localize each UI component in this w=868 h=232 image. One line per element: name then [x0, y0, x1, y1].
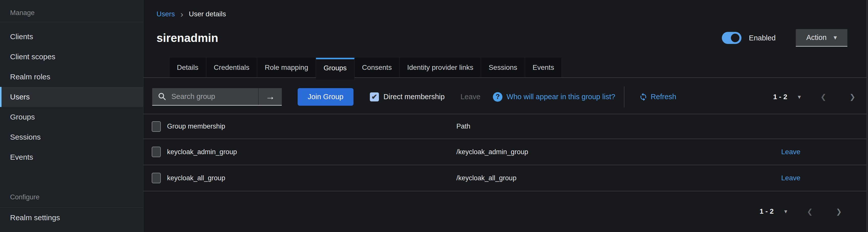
direct-membership-label: Direct membership [383, 93, 444, 101]
main-content: Users › User details sirenadmin Enabled … [144, 0, 868, 232]
pagination-caret-icon[interactable]: ▾ [784, 208, 787, 215]
column-header-path: Path [456, 114, 781, 139]
toolbar-divider [624, 86, 624, 108]
search-input[interactable] [171, 92, 246, 101]
leave-row-link[interactable]: Leave [781, 148, 800, 156]
enabled-label: Enabled [749, 34, 776, 42]
breadcrumb-users-link[interactable]: Users [156, 10, 175, 18]
tab-credentials[interactable]: Credentials [206, 58, 257, 77]
table-row: keycloak_all_group /keycloak_all_group L… [144, 165, 868, 191]
column-header-group-membership: Group membership [167, 114, 456, 139]
sidebar-item-client-scopes[interactable]: Client scopes [0, 47, 143, 67]
pagination-prev-icon[interactable]: ❮ [820, 93, 826, 101]
enabled-toggle[interactable] [722, 32, 741, 44]
tab-events[interactable]: Events [525, 58, 562, 77]
pagination-range: 1 - 2 [760, 207, 774, 216]
tab-consents[interactable]: Consents [354, 58, 400, 77]
header-controls: Enabled Action ▾ [722, 29, 847, 47]
arrow-right-icon: → [266, 91, 275, 102]
search-group-control: → [152, 88, 282, 106]
window-right-edge [867, 0, 868, 232]
sidebar-item-groups[interactable]: Groups [0, 107, 143, 127]
search-icon [158, 92, 166, 101]
sidebar-item-users[interactable]: Users [0, 87, 143, 107]
tab-details[interactable]: Details [169, 58, 206, 77]
pagination-range: 1 - 2 [773, 93, 787, 101]
breadcrumb-current: User details [189, 10, 226, 18]
group-path-cell: /keycloak_admin_group [456, 139, 781, 165]
leave-row-link[interactable]: Leave [781, 174, 800, 182]
sidebar-nav-manage: Clients Client scopes Realm roles Users … [0, 22, 143, 167]
direct-membership-control[interactable]: ✔ Direct membership [370, 92, 444, 102]
tab-role-mapping[interactable]: Role mapping [257, 58, 316, 77]
keycloak-admin-console: Manage Clients Client scopes Realm roles… [0, 0, 868, 232]
sidebar-item-realm-settings[interactable]: Realm settings [0, 208, 143, 228]
tab-groups[interactable]: Groups [316, 58, 354, 80]
tab-sessions[interactable]: Sessions [481, 58, 525, 77]
refresh-label: Refresh [651, 93, 676, 101]
select-all-checkbox[interactable] [152, 121, 161, 132]
search-submit-button[interactable]: → [258, 88, 282, 105]
bottom-pagination: 1 - 2 ▾ ❮ ❯ [144, 204, 868, 219]
page-header: sirenadmin Enabled Action ▾ [144, 26, 868, 50]
sidebar-section-manage: Manage [0, 0, 143, 22]
group-path-cell: /keycloak_all_group [456, 165, 781, 191]
refresh-sync-icon [639, 93, 648, 101]
top-pagination: 1 - 2 ▾ ❮ ❯ [773, 93, 856, 101]
sidebar: Manage Clients Client scopes Realm roles… [0, 0, 144, 232]
sidebar-item-clients[interactable]: Clients [0, 27, 143, 47]
tab-identity-provider-links[interactable]: Identity provider links [400, 58, 481, 77]
sidebar-item-realm-roles[interactable]: Realm roles [0, 67, 143, 87]
groups-toolbar: → Join Group ✔ Direct membership Leave ?… [144, 80, 868, 114]
sidebar-section-configure: Configure [0, 187, 143, 207]
join-group-button[interactable]: Join Group [298, 88, 353, 106]
leave-button-disabled: Leave [460, 93, 480, 101]
user-detail-tabs: Details Credentials Role mapping Groups … [144, 58, 868, 80]
toggle-knob-icon [731, 34, 739, 42]
sidebar-item-sessions[interactable]: Sessions [0, 127, 143, 147]
breadcrumb: Users › User details [156, 8, 868, 20]
pagination-next-icon[interactable]: ❯ [836, 207, 842, 216]
row-checkbox[interactable] [152, 147, 161, 157]
caret-down-icon: ▾ [834, 34, 837, 41]
help-link-text: Who will appear in this group list? [506, 93, 615, 101]
table-row: keycloak_admin_group /keycloak_admin_gro… [144, 139, 868, 165]
group-name-cell: keycloak_all_group [167, 165, 456, 191]
sidebar-nav-configure: Realm settings [0, 208, 143, 228]
direct-membership-checkbox[interactable]: ✔ [370, 92, 379, 102]
page-title: sirenadmin [156, 31, 218, 45]
search-box [152, 88, 258, 105]
action-dropdown-button[interactable]: Action ▾ [796, 29, 847, 47]
pagination-caret-icon[interactable]: ▾ [798, 93, 801, 101]
action-label: Action [806, 33, 827, 42]
pagination-next-icon[interactable]: ❯ [849, 93, 856, 101]
pagination-prev-icon[interactable]: ❮ [807, 207, 813, 216]
group-membership-table: Group membership Path keycloak_admin_gro… [144, 114, 868, 191]
checkmark-icon: ✔ [371, 93, 377, 101]
row-checkbox[interactable] [152, 173, 161, 183]
group-name-cell: keycloak_admin_group [167, 139, 456, 165]
group-list-help-link[interactable]: ? Who will appear in this group list? [493, 92, 615, 102]
refresh-button[interactable]: Refresh [639, 93, 676, 101]
chevron-right-icon: › [180, 10, 183, 17]
sidebar-item-events[interactable]: Events [0, 147, 143, 167]
table-header-row: Group membership Path [144, 114, 868, 139]
help-question-icon: ? [493, 92, 502, 102]
